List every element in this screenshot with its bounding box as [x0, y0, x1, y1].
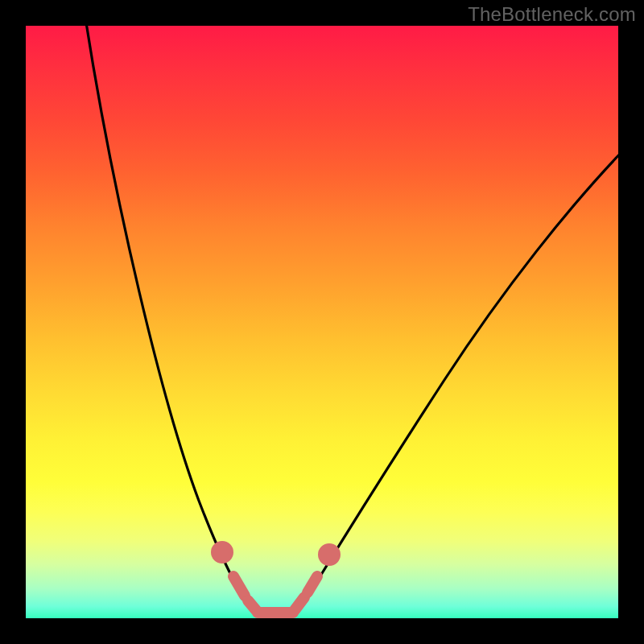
marker-dot-right [324, 549, 335, 560]
marker-seg-4 [308, 576, 317, 592]
plot-area [26, 26, 618, 618]
left-curve [85, 18, 255, 613]
marker-dot-left [217, 547, 228, 558]
curve-layer [26, 26, 618, 618]
right-curve [295, 151, 623, 613]
watermark-text: TheBottleneck.com [468, 3, 636, 26]
marker-seg-3 [295, 597, 304, 610]
chart-container: TheBottleneck.com [0, 0, 644, 644]
marker-seg-1 [233, 576, 245, 596]
bottom-marker-group [217, 547, 335, 613]
